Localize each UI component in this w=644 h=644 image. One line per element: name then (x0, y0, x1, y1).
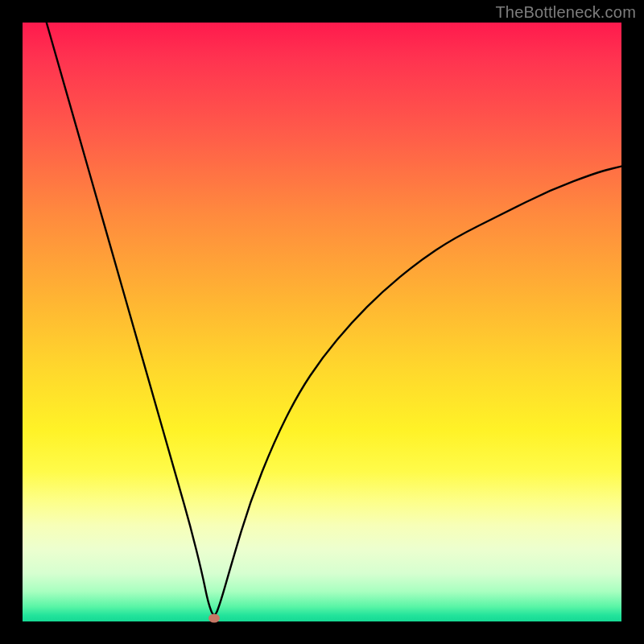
watermark-text: TheBottleneck.com (495, 3, 636, 22)
optimal-marker (208, 614, 220, 623)
bottleneck-curve (23, 23, 621, 621)
plot-area (23, 23, 621, 621)
chart-frame: TheBottleneck.com (0, 0, 644, 644)
